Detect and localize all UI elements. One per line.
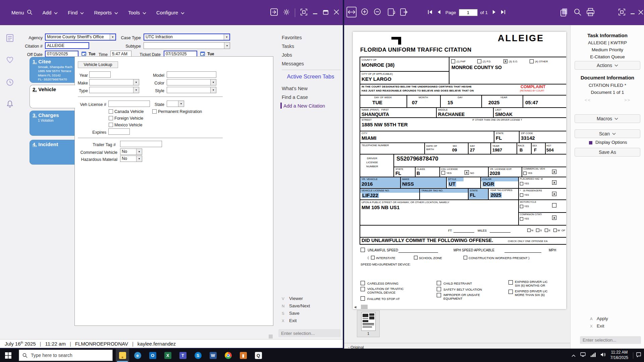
notification-center-icon[interactable] — [633, 352, 641, 359]
scrollbar-thumb[interactable] — [361, 305, 368, 309]
menu-button[interactable]: Menu — [11, 9, 33, 16]
dropdown-arrow-icon[interactable]: ▼ — [210, 79, 216, 85]
tab-charges[interactable]: 3. Charges 1 Violation — [30, 111, 75, 136]
print-icon[interactable] — [585, 6, 596, 18]
dropdown-arrow-icon[interactable]: ▼ — [133, 87, 139, 93]
export-page-icon[interactable] — [398, 6, 409, 18]
active-screen-tabs-link[interactable]: Active Screen Tabs — [280, 73, 341, 80]
tab-citee[interactable]: 1. Citee Smoak, Shanquita Rach 1885 NW 5… — [30, 57, 75, 83]
style-dropdown[interactable]: ▼ — [167, 87, 216, 93]
dropdown-arrow-icon[interactable]: ▼ — [210, 87, 216, 93]
edge-icon[interactable]: e — [131, 349, 144, 362]
zoom-in-icon[interactable] — [360, 6, 370, 18]
color-dropdown[interactable]: ▼ — [167, 79, 216, 85]
mexico-vehicle-checkbox[interactable] — [109, 123, 113, 127]
actions-button[interactable]: Actions — [575, 61, 640, 70]
sidebar-item-messages[interactable]: Messages — [282, 61, 304, 66]
commercial-vehicle-dropdown[interactable]: No▼ — [120, 148, 142, 155]
last-page-icon[interactable] — [500, 10, 506, 15]
skype-icon[interactable]: S — [191, 349, 205, 362]
exit-shortcut[interactable]: Exit — [597, 323, 604, 328]
zoom-out-icon[interactable] — [372, 6, 383, 18]
selection-input[interactable] — [278, 329, 341, 337]
dropdown-arrow-icon[interactable]: ▼ — [178, 101, 184, 107]
open-in-new-icon[interactable] — [270, 8, 278, 17]
sidebar-link-whats-new[interactable]: What's New — [282, 86, 308, 91]
agency-dropdown[interactable]: Monroe County Sheriff's Office▼ — [45, 34, 116, 41]
history-clock-icon[interactable] — [5, 78, 14, 88]
file-explorer-icon[interactable]: ■ — [116, 349, 129, 362]
shortcut-save-next[interactable]: Save/Next — [289, 303, 310, 308]
tray-chevron-icon[interactable] — [572, 352, 576, 358]
save-as-button[interactable]: Save As — [575, 148, 640, 157]
make-dropdown[interactable]: ▼ — [89, 79, 139, 85]
shortcut-save[interactable]: Save — [289, 311, 300, 316]
document-prev-button[interactable]: << — [585, 98, 591, 103]
sidebar-link-add-new-citation[interactable]: Add a New Citation — [283, 103, 325, 109]
find-menu[interactable]: Find — [68, 10, 84, 15]
tray-volume-icon[interactable] — [600, 352, 606, 358]
add-menu[interactable]: Add — [43, 10, 58, 15]
shortcut-viewer[interactable]: Viewer — [289, 296, 303, 301]
configure-menu[interactable]: Configure — [156, 10, 184, 15]
tools-menu[interactable]: Tools — [128, 10, 146, 15]
tab-vehicle[interactable]: 2. Vehicle — [30, 85, 75, 108]
taskbar-clock[interactable]: 11:22 AM 7/16/2025 — [610, 350, 628, 360]
model-input[interactable] — [167, 71, 216, 78]
year-input[interactable] — [89, 71, 111, 78]
case-type-dropdown[interactable]: UTC Infraction▼ — [144, 34, 230, 41]
type-dropdown[interactable]: ▼ — [89, 87, 139, 93]
q-app-icon[interactable]: Q — [252, 349, 265, 362]
off-date-input[interactable] — [45, 51, 78, 57]
page-number-input[interactable] — [459, 9, 478, 16]
copy-pages-icon[interactable] — [559, 6, 570, 18]
sidebar-link-find-a-case[interactable]: Find a Case — [282, 95, 308, 100]
canada-vehicle-checkbox[interactable] — [109, 109, 113, 114]
notifications-bell-icon[interactable] — [6, 100, 14, 109]
citation-number-input[interactable] — [45, 42, 89, 49]
favorites-heart-icon[interactable] — [5, 55, 14, 66]
records-app-icon[interactable]: ▮ — [236, 349, 250, 362]
sidebar-item-favorites[interactable]: Favorites — [282, 35, 302, 40]
close-icon[interactable] — [333, 9, 339, 16]
search-document-icon[interactable] — [572, 6, 583, 18]
dropdown-arrow-icon[interactable]: ▼ — [224, 43, 230, 49]
dropdown-arrow-icon[interactable]: ▼ — [136, 156, 142, 162]
vehicle-lookup-button[interactable]: Vehicle Lookup — [78, 61, 118, 68]
tray-pc-icon[interactable] — [580, 352, 586, 358]
macros-button[interactable]: Macros — [575, 114, 640, 123]
start-button[interactable] — [1, 349, 15, 362]
shortcut-exit[interactable]: Exit — [289, 318, 297, 323]
viewer-close-icon[interactable] — [635, 6, 644, 18]
fullscreen-icon[interactable] — [300, 8, 308, 17]
scroll-left-arrow[interactable]: ◀ — [353, 305, 357, 309]
excel-icon[interactable]: X — [161, 349, 174, 362]
first-page-icon[interactable] — [427, 10, 433, 15]
sidebar-item-jobs[interactable]: Jobs — [282, 52, 292, 58]
rotate-page-icon[interactable] — [386, 6, 396, 18]
panel-selection-input[interactable] — [580, 336, 641, 344]
citations-icon[interactable] — [5, 34, 14, 44]
document-canvas[interactable]: ALLEIGE FLORIDA UNIFORM TRAFFIC CITATION — [344, 25, 570, 349]
tray-network-icon[interactable] — [590, 352, 596, 358]
viewer-fullscreen-icon[interactable] — [616, 6, 627, 18]
display-options-link[interactable]: Display Options — [595, 140, 627, 145]
previous-page-icon[interactable] — [437, 10, 441, 15]
document-next-button[interactable]: >> — [624, 98, 631, 103]
veh-license-input[interactable] — [108, 101, 150, 107]
taskbar-search[interactable]: Type here to search — [19, 350, 113, 361]
next-page-icon[interactable] — [492, 10, 496, 15]
outlook-icon[interactable]: O — [146, 349, 159, 362]
chrome-icon[interactable] — [221, 349, 235, 362]
expires-input[interactable] — [108, 128, 130, 135]
hazardous-material-dropdown[interactable]: No▼ — [120, 156, 142, 162]
minimize-icon[interactable] — [313, 9, 318, 16]
dropdown-arrow-icon[interactable]: ▼ — [136, 149, 142, 155]
trailer-tag-input[interactable] — [120, 141, 162, 147]
foreign-vehicle-checkbox[interactable] — [109, 116, 113, 120]
tab-incident[interactable]: 4. Incident — [30, 140, 75, 165]
subtype-dropdown[interactable]: ▼ — [144, 42, 230, 49]
state-dropdown[interactable]: ▼ — [167, 101, 184, 107]
gear-icon[interactable] — [283, 8, 290, 17]
page-thumbnail[interactable]: 1 — [357, 310, 380, 337]
